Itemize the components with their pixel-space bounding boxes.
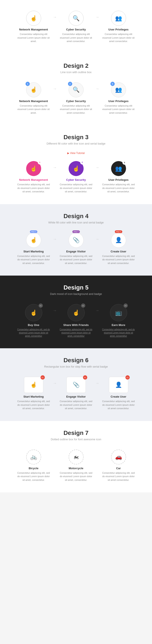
network-icon-d2: 1 ☝ bbox=[26, 82, 41, 97]
engage-icon-d6: 02 📎 bbox=[66, 377, 86, 393]
list-item: 03 📺 Earn More Consectetur adipiscing el… bbox=[99, 302, 138, 340]
item-title: Network Management bbox=[16, 28, 51, 31]
item-desc: Consectetur adipiscing elit, sed do eius… bbox=[59, 183, 93, 194]
item-title: Cyber Security bbox=[59, 28, 93, 31]
item-desc: Consectetur adipiscing elit, sed do eius… bbox=[59, 471, 93, 482]
item-desc: Consectetur adipiscing elit, sed do eius… bbox=[102, 328, 136, 338]
badge-step1: Step 1 bbox=[30, 230, 37, 233]
users-icon-circle: 👥 bbox=[111, 11, 126, 26]
item-title: Create User bbox=[102, 250, 136, 253]
view-tutorial-link[interactable]: View Tutorial bbox=[4, 152, 148, 154]
users-icon-d2: 3 👥 bbox=[111, 82, 126, 97]
item-title: Network Management bbox=[16, 178, 51, 182]
earn-icon-d5: 03 📺 bbox=[110, 304, 127, 321]
item-desc: Consectetur adipiscing elit, sed do eius… bbox=[59, 400, 93, 410]
list-item: 2 ☝ Cyber Security Consectetur adipiscin… bbox=[57, 159, 96, 196]
item-desc: Consectetur adipiscing elit eiusmod Lore… bbox=[16, 104, 51, 115]
list-item: ☝ Network Management Consectetur adipisc… bbox=[14, 8, 53, 45]
item-desc: Consectetur adipiscing elit, sed do eius… bbox=[102, 471, 136, 482]
arrow-icon: → bbox=[96, 447, 99, 458]
arrow-icon: → bbox=[53, 302, 57, 313]
item-desc: Consectetur adipiscing elit, sed do eius… bbox=[102, 400, 136, 410]
list-item: 02 ☝ Share With Friends Consectetur adip… bbox=[57, 302, 96, 340]
badge-02: 02 bbox=[83, 375, 87, 380]
start-icon-d4: Step 1 ☝ bbox=[26, 233, 41, 248]
list-item: 3 👥 User Privileges Consectetur adipisci… bbox=[99, 159, 138, 196]
design4-subtitle: White fill color with line icon and seri… bbox=[4, 221, 148, 224]
design1-section: ☝ Network Management Consectetur adipisc… bbox=[0, 0, 152, 54]
item-title: Bicycle bbox=[16, 467, 51, 470]
design2-subtitle: Line icon with outline box bbox=[4, 70, 148, 74]
design2-items-row: 1 ☝ Network Management Consectetur adipi… bbox=[4, 80, 148, 117]
motorcycle-icon-d7: 🏍 bbox=[68, 450, 84, 464]
design3-subtitle: Different fill color with line icon and … bbox=[4, 142, 148, 145]
item-title: Buy One bbox=[16, 324, 51, 326]
item-title: User Privileges bbox=[102, 28, 136, 31]
badge-1: 1 bbox=[38, 160, 42, 164]
arrow-icon: → bbox=[53, 230, 57, 242]
list-item: 3 👥 User Privileges Consectetur adipisci… bbox=[99, 80, 138, 117]
item-desc: Consectetur adipiscing elit eiusmod Lore… bbox=[102, 104, 136, 115]
badge-01: 01 bbox=[38, 304, 43, 308]
list-item: Step 2 📎 Engage Visitor Consectetur adip… bbox=[57, 230, 96, 267]
badge-01: 01 bbox=[40, 375, 45, 380]
badge-2: 2 bbox=[80, 160, 84, 164]
badge-03: 03 bbox=[126, 375, 130, 380]
list-item: 1 ☝ Network Management Consectetur adipi… bbox=[14, 159, 53, 196]
arrow-icon: → bbox=[96, 230, 99, 242]
item-title: Cyber Security bbox=[59, 178, 93, 182]
create-icon-d4: Step 3 👤 bbox=[111, 233, 126, 248]
item-desc: Consectetur adipiscing elit eiusmod Lore… bbox=[16, 32, 51, 43]
users-icon-d3: 3 👥 bbox=[111, 161, 126, 176]
item-title: Start Marketing bbox=[16, 250, 51, 253]
item-desc: Consectetur adipiscing elit, sed do eius… bbox=[102, 183, 136, 194]
arrow-icon: → bbox=[96, 302, 99, 313]
start-icon-d6: 01 ☝ bbox=[24, 377, 43, 393]
item-desc: Consectetur adipiscing elit, sed do eius… bbox=[16, 400, 51, 410]
item-desc: Consectetur adipiscing elit eiusmod Lore… bbox=[59, 32, 93, 43]
design7-section: Design 7 Dotted outline box for font awe… bbox=[0, 421, 152, 492]
design6-subtitle: Rectangular icon box for step flow with … bbox=[4, 365, 148, 368]
design1-items-row: ☝ Network Management Consectetur adipisc… bbox=[4, 8, 148, 45]
cyber-icon-circle: 🔍 bbox=[68, 11, 84, 26]
badge-3: 3 bbox=[122, 160, 127, 165]
item-title: Motorcycle bbox=[59, 467, 93, 470]
list-item: 03 👤 Create User Consectetur adipiscing … bbox=[99, 375, 138, 412]
arrow-icon: → bbox=[96, 8, 99, 20]
item-title: Car bbox=[102, 467, 136, 470]
arrow-icon: → bbox=[53, 159, 57, 170]
item-title: Create User bbox=[102, 395, 136, 398]
design5-subtitle: Dark mood of icon background and badge bbox=[4, 292, 148, 296]
item-desc: Consectetur adipiscing elit, sed do eius… bbox=[16, 183, 51, 194]
design7-subtitle: Dotted outline box for font awesome icon bbox=[4, 438, 148, 441]
arrow-icon: → bbox=[96, 159, 99, 170]
item-desc: Consectetur adipiscing elit eiusmod Lore… bbox=[102, 32, 136, 43]
list-item: 👥 User Privileges Consectetur adipiscing… bbox=[99, 8, 138, 45]
design3-title: Design 3 bbox=[4, 134, 148, 141]
arrow-icon: → bbox=[53, 375, 57, 386]
list-item: 01 ☝ Buy One Consectetur adipiscing elit… bbox=[14, 302, 53, 340]
arrow-icon: → bbox=[96, 80, 99, 91]
share-icon-d5: 02 ☝ bbox=[68, 304, 85, 321]
design6-items-row: 01 ☝ Start Marketing Consectetur adipisc… bbox=[4, 375, 148, 412]
design4-section: Design 4 White fill color with line icon… bbox=[0, 204, 152, 276]
badge-2: 2 bbox=[68, 82, 72, 86]
list-item: 2 🔍 Cyber Security Consectetur adipiscin… bbox=[57, 80, 96, 117]
item-title: Share With Friends bbox=[59, 324, 93, 326]
list-item: Step 3 👤 Create User Consectetur adipisc… bbox=[99, 230, 138, 267]
design6-section: Design 6 Rectangular icon box for step f… bbox=[0, 348, 152, 421]
design4-items-row: Step 1 ☝ Start Marketing Consectetur adi… bbox=[4, 230, 148, 267]
design4-title: Design 4 bbox=[4, 213, 148, 220]
design7-items-row: 🚲 Bicycle Consectetur adipiscing elit, s… bbox=[4, 447, 148, 484]
cyber-icon-d3: 2 ☝ bbox=[68, 161, 84, 176]
item-desc: Consectetur adipiscing elit eiusmod Lore… bbox=[59, 104, 93, 115]
design2-section: Design 2 Line icon with outline box 1 ☝ … bbox=[0, 54, 152, 126]
arrow-icon: → bbox=[53, 8, 57, 20]
bicycle-icon-d7: 🚲 bbox=[26, 450, 41, 464]
item-desc: Consectetur adipiscing elit, sed do eius… bbox=[16, 328, 51, 338]
arrow-icon: → bbox=[53, 447, 57, 458]
design7-title: Design 7 bbox=[4, 430, 148, 436]
item-desc: Consectetur adipiscing elit, sed do eius… bbox=[59, 328, 93, 338]
item-desc: Consectetur adipiscing elit, sed do eius… bbox=[102, 254, 136, 265]
engage-icon-d4: Step 2 📎 bbox=[68, 233, 84, 248]
